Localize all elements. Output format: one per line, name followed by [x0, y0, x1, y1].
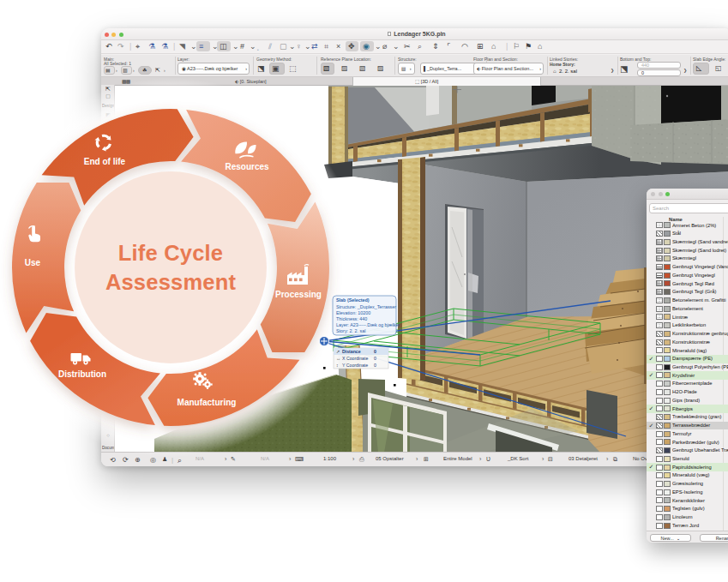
svg-text:Layer: A23-----.Dæk og bjælker: Layer: A23-----.Dæk og bjælker: [336, 322, 400, 327]
svg-text:X Coordinate: X Coordinate: [342, 356, 368, 361]
svg-text:Thickness: 440: Thickness: 440: [336, 316, 367, 321]
svg-text:Use: Use: [25, 258, 41, 267]
svg-text:0: 0: [374, 363, 376, 368]
svg-text:↗: ↗: [336, 349, 340, 354]
svg-text:Distribution: Distribution: [58, 369, 106, 379]
svg-text:0: 0: [374, 349, 376, 354]
svg-text:Distance: Distance: [342, 349, 361, 354]
svg-text:Structure: _Duplex_Terrasser: Structure: _Duplex_Terrasser: [336, 304, 396, 309]
svg-text:↔: ↔: [336, 356, 340, 361]
svg-text:Y Coordinate: Y Coordinate: [342, 363, 368, 368]
svg-text:Slab (Selected): Slab (Selected): [336, 297, 370, 303]
svg-text:Elevation: 10200: Elevation: 10200: [336, 310, 370, 315]
svg-text:↕: ↕: [336, 363, 339, 368]
svg-text:0: 0: [374, 356, 376, 361]
svg-text:Story: 2. 2. sal: Story: 2. 2. sal: [336, 328, 365, 333]
